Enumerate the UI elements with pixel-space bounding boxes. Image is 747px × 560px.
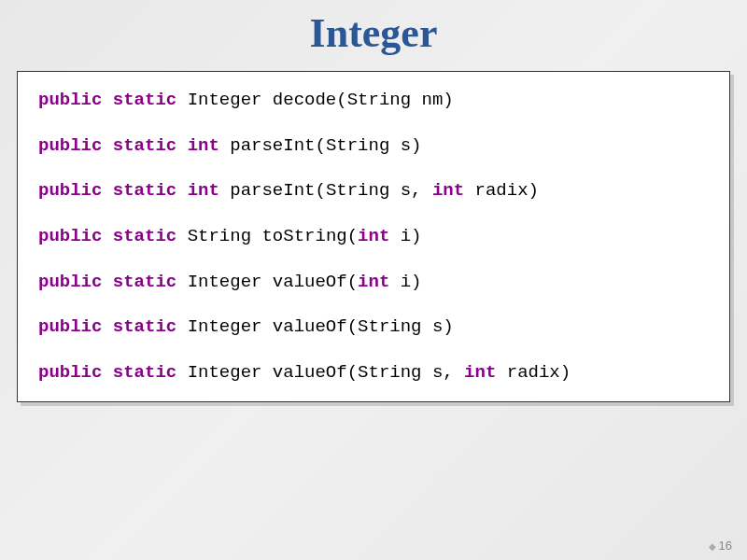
method-name: parseInt xyxy=(230,135,315,156)
slide-title: Integer xyxy=(0,0,747,71)
code-text: ( xyxy=(347,272,358,292)
method-signature: public static Integer valueOf(String s, … xyxy=(38,361,709,385)
code-text xyxy=(176,226,187,246)
code-text: (String s, xyxy=(315,180,431,201)
method-signature: public static Integer decode(String nm) xyxy=(38,89,709,112)
code-text: String xyxy=(188,226,262,246)
method-name: parseInt xyxy=(230,180,315,201)
keyword: public static xyxy=(38,226,176,246)
keyword: public static xyxy=(38,272,176,292)
keyword: int xyxy=(358,272,389,292)
method-signature: public static String toString(int i) xyxy=(38,225,709,248)
code-text xyxy=(176,135,187,156)
code-block: public static Integer decode(String nm) … xyxy=(17,71,730,402)
code-text: (String s, xyxy=(347,362,464,383)
code-text xyxy=(176,90,187,110)
keyword: public static xyxy=(38,135,176,156)
code-text: ( xyxy=(347,226,358,246)
code-text: Integer xyxy=(188,362,273,383)
code-text: (String nm) xyxy=(336,90,453,110)
method-name: valueOf xyxy=(273,316,347,337)
method-signature: public static int parseInt(String s) xyxy=(38,134,709,158)
method-signature: public static Integer valueOf(String s) xyxy=(38,315,709,339)
code-text: radix) xyxy=(464,180,539,201)
keyword: int xyxy=(464,362,496,383)
code-text: Integer xyxy=(188,316,273,337)
keyword: public static xyxy=(38,362,176,383)
code-text xyxy=(176,272,187,292)
code-text: i) xyxy=(389,272,421,292)
page-number: 16 xyxy=(709,539,732,553)
keyword: int xyxy=(188,180,219,201)
code-text: (String s) xyxy=(347,316,454,337)
method-name: decode xyxy=(273,90,336,110)
method-signature: public static int parseInt(String s, int… xyxy=(38,179,709,203)
code-text: (String s) xyxy=(315,135,421,156)
keyword: public static xyxy=(38,180,176,201)
keyword: public static xyxy=(38,316,176,337)
code-text: Integer xyxy=(188,90,273,110)
code-text xyxy=(219,135,230,156)
method-signature: public static Integer valueOf(int i) xyxy=(38,271,709,294)
method-name: toString xyxy=(261,226,346,246)
keyword: public static xyxy=(38,90,176,110)
method-name: valueOf xyxy=(273,362,347,383)
method-name: valueOf xyxy=(273,272,347,292)
keyword: int xyxy=(188,135,219,156)
code-text xyxy=(176,362,187,383)
code-text: radix) xyxy=(496,362,571,383)
code-text xyxy=(219,180,230,201)
keyword: int xyxy=(358,226,389,246)
code-text: Integer xyxy=(188,272,273,292)
code-text xyxy=(176,180,187,201)
code-text: i) xyxy=(389,226,421,246)
keyword: int xyxy=(432,180,464,201)
code-text xyxy=(176,316,187,337)
